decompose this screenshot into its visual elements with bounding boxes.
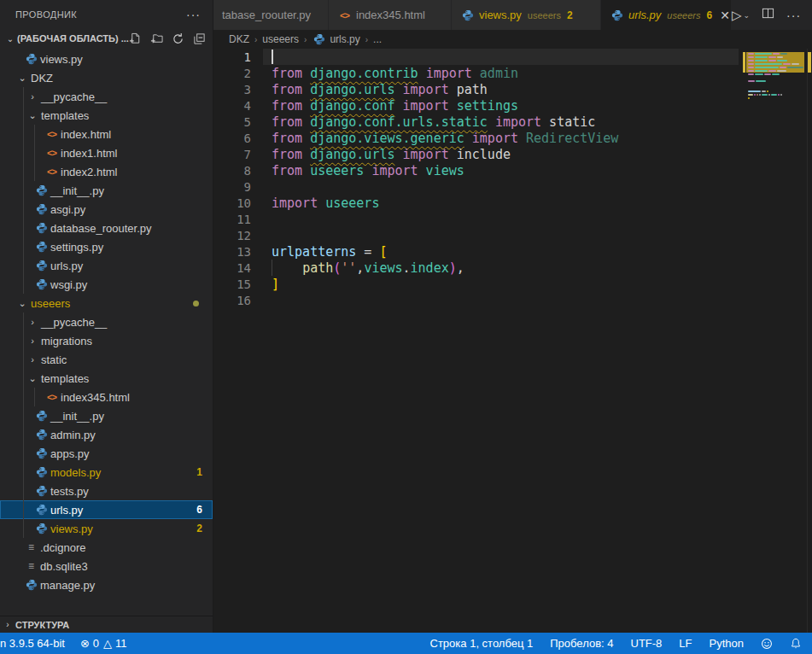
tree-file-index.html[interactable]: <>index.html	[0, 125, 213, 143]
problems-indicator[interactable]: ⊗ 0 △ 11	[80, 633, 127, 654]
tab-tabase_roouter.py[interactable]: tabase_roouter.py	[213, 0, 329, 30]
encoding-indicator[interactable]: UTF-8	[631, 633, 663, 654]
code-line-8[interactable]: 8from useeers import views	[213, 162, 812, 178]
run-file-button[interactable]: ▷⌄	[732, 9, 750, 21]
code-line-7[interactable]: 7from django.urls import include	[213, 146, 812, 162]
tree-item-label: urls.py	[50, 260, 83, 272]
tree-item-label: templates	[41, 109, 89, 122]
tree-item-label: settings.py	[50, 241, 103, 254]
editor-more-actions-icon[interactable]: ···	[786, 9, 801, 22]
tree-file-.dcignore[interactable]: ≡.dcignore	[0, 538, 213, 557]
code-line-3[interactable]: 3from django.urls import path	[213, 81, 812, 97]
tree-item-label: __init__.py	[50, 410, 104, 423]
code-line-5[interactable]: 5from django.conf.urls.static import sta…	[213, 114, 812, 130]
code-line-13[interactable]: 13urlpatterns = [	[213, 243, 812, 260]
eol-indicator[interactable]: LF	[679, 633, 692, 654]
html-file-icon: <>	[44, 148, 59, 158]
code-line-14[interactable]: 14 path('',views.index),	[213, 260, 812, 276]
tree-folder-__pycache__[interactable]: ›__pycache__	[0, 312, 213, 331]
notifications-bell-icon[interactable]	[790, 633, 802, 654]
tree-file-index345.html[interactable]: <>index345.html	[0, 388, 213, 406]
tab-description: useeers	[667, 10, 700, 20]
tree-file-db.sqlite3[interactable]: ≡db.sqlite3	[0, 557, 213, 575]
code-line-2[interactable]: 2from django.contrib import admin	[213, 65, 812, 81]
code-line-16[interactable]: 16	[213, 292, 812, 308]
breadcrumb-item-useeers[interactable]: useeers	[262, 33, 299, 45]
tree-item-label: urls.py	[50, 504, 83, 517]
html-file-icon: <>	[44, 166, 59, 177]
python-file-icon	[34, 203, 49, 215]
tree-file-__init__.py[interactable]: __init__.py	[0, 181, 213, 200]
breadcrumb-item-...[interactable]: ...	[373, 33, 382, 45]
tree-file-views.py[interactable]: views.py2	[0, 519, 213, 538]
tree-file-urls.py[interactable]: urls.py6	[0, 500, 213, 519]
code-editor[interactable]: 12from django.contrib import admin3from …	[213, 49, 812, 633]
tree-item-label: __pycache__	[41, 91, 107, 103]
feedback-icon[interactable]	[761, 633, 773, 654]
tree-file-manage.py[interactable]: manage.py	[0, 575, 213, 594]
tab-problems-badge: 6	[706, 9, 712, 21]
tab-index345.html[interactable]: <>index345.html	[329, 0, 452, 30]
close-icon[interactable]: ✕	[720, 9, 730, 22]
python-version-indicator[interactable]: n 3.9.5 64-bit	[0, 633, 65, 654]
tab-description: useeers	[528, 10, 561, 20]
tree-file-models.py[interactable]: models.py1	[0, 463, 213, 482]
tree-item-label: apps.py	[50, 447, 90, 460]
tree-file-wsgi.py[interactable]: wsgi.py	[0, 275, 213, 294]
code-line-11[interactable]: 11	[213, 211, 812, 227]
tree-file-tests.py[interactable]: tests.py	[0, 482, 213, 500]
tree-folder-templates[interactable]: ⌄templates	[0, 369, 213, 388]
cursor-position-indicator[interactable]: Строка 1, столбец 1	[430, 633, 534, 654]
tree-item-label: manage.py	[40, 579, 95, 592]
tab-urls.py[interactable]: urls.pyuseeers6✕	[601, 0, 732, 30]
tree-file-urls.py[interactable]: urls.py	[0, 256, 213, 275]
run-dropdown-icon[interactable]: ⌄	[744, 11, 751, 20]
error-count: 0	[93, 637, 99, 650]
tree-item-label: wsgi.py	[50, 278, 87, 291]
overview-ruler[interactable]	[807, 49, 812, 633]
tab-views.py[interactable]: views.pyuseeers2	[452, 0, 601, 30]
tree-file-admin.py[interactable]: admin.py	[0, 425, 213, 444]
code-line-6[interactable]: 6from django.views.generic import Redire…	[213, 130, 812, 146]
tree-folder-templates[interactable]: ⌄templates	[0, 106, 213, 125]
explorer-more-icon[interactable]: ···	[186, 8, 201, 21]
indentation-indicator[interactable]: Пробелов: 4	[550, 633, 613, 654]
tree-folder-migrations[interactable]: ›migrations	[0, 331, 213, 350]
tree-file-__init__.py[interactable]: __init__.py	[0, 406, 213, 425]
tree-file-apps.py[interactable]: apps.py	[0, 444, 213, 463]
code-line-1[interactable]: 1	[213, 49, 812, 65]
problems-count-badge: 1	[196, 466, 202, 478]
new-file-icon[interactable]	[129, 32, 142, 45]
explorer-sidebar: ПРОВОДНИК ··· ⌄ (РАБОЧАЯ ОБЛАСТЬ) ... vi…	[0, 0, 213, 633]
tree-file-database_roouter.py[interactable]: database_roouter.py	[0, 219, 213, 237]
line-number: 9	[213, 180, 251, 194]
tree-file-index2.html[interactable]: <>index2.html	[0, 162, 213, 181]
tree-item-label: database_roouter.py	[50, 222, 152, 235]
tree-folder-DKZ[interactable]: ⌄DKZ	[0, 68, 213, 87]
new-folder-icon[interactable]	[150, 32, 163, 45]
breadcrumb-item-DKZ[interactable]: DKZ	[229, 33, 249, 45]
minimap[interactable]	[745, 49, 806, 160]
tree-folder-useeers[interactable]: ⌄useeers	[0, 294, 213, 312]
tree-folder-__pycache__[interactable]: ›__pycache__	[0, 87, 213, 106]
refresh-icon[interactable]	[172, 32, 184, 45]
code-line-4[interactable]: 4from django.conf import settings	[213, 97, 812, 114]
split-editor-button[interactable]	[762, 7, 774, 23]
tree-file-index1.html[interactable]: <>index1.html	[0, 143, 213, 162]
tree-file-views.py[interactable]: views.py	[0, 50, 213, 68]
code-line-9[interactable]: 9	[213, 178, 812, 195]
workspace-section-header[interactable]: ⌄ (РАБОЧАЯ ОБЛАСТЬ) ...	[0, 28, 213, 49]
collapse-all-icon[interactable]	[193, 32, 206, 45]
line-number: 1	[213, 50, 251, 64]
tree-file-settings.py[interactable]: settings.py	[0, 237, 213, 256]
warning-count: 11	[115, 637, 127, 650]
code-line-10[interactable]: 10import useeers	[213, 195, 812, 211]
language-indicator[interactable]: Python	[710, 633, 744, 654]
breadcrumb-item-urls.py[interactable]: urls.py	[312, 33, 359, 45]
tree-item-label: models.py	[50, 466, 101, 479]
tree-folder-static[interactable]: ›static	[0, 350, 213, 369]
outline-section-header[interactable]: › СТРУКТУРА	[0, 616, 213, 633]
tree-file-asgi.py[interactable]: asgi.py	[0, 200, 213, 219]
code-line-12[interactable]: 12	[213, 227, 812, 243]
code-line-15[interactable]: 15]	[213, 276, 812, 292]
